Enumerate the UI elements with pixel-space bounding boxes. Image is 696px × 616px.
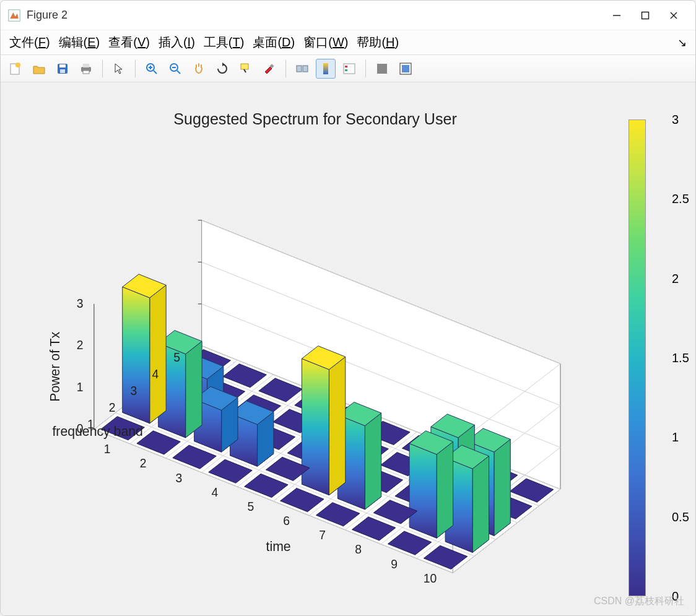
svg-text:3: 3: [176, 472, 183, 485]
svg-rect-27: [345, 69, 347, 71]
print-button[interactable]: [76, 59, 96, 79]
axes-3d[interactable]: 01231234567891012345timefrequency bandPo…: [19, 95, 683, 597]
new-figure-button[interactable]: [6, 59, 25, 79]
colorbar-ticks: 00.511.522.53: [647, 119, 678, 596]
zoom-in-button[interactable]: [142, 59, 162, 79]
svg-line-14: [154, 71, 157, 74]
matlab-icon: [8, 9, 20, 22]
svg-text:6: 6: [283, 514, 290, 527]
svg-rect-11: [83, 64, 89, 67]
svg-text:2: 2: [109, 401, 116, 414]
menu-tools[interactable]: 工具(T): [204, 34, 245, 51]
menu-view[interactable]: 查看(V): [108, 34, 150, 51]
window-title: Figure 2: [27, 9, 602, 22]
svg-text:5: 5: [247, 500, 254, 513]
svg-text:7: 7: [319, 529, 326, 542]
svg-rect-9: [60, 69, 65, 73]
titlebar: Figure 2: [1, 1, 695, 30]
svg-text:1: 1: [77, 381, 84, 394]
menu-edit[interactable]: 编辑(E): [59, 34, 100, 51]
figure-area[interactable]: 01231234567891012345timefrequency bandPo…: [1, 82, 695, 615]
hide-plot-tools-button[interactable]: [372, 59, 392, 79]
svg-text:4: 4: [152, 368, 159, 381]
menubar: 文件(F) 编辑(E) 查看(V) 插入(I) 工具(T) 桌面(D) 窗口(W…: [1, 30, 695, 55]
svg-text:2: 2: [77, 339, 84, 352]
show-plot-tools-button[interactable]: [396, 59, 415, 79]
svg-marker-89: [494, 440, 510, 536]
svg-text:5: 5: [173, 351, 180, 364]
svg-rect-30: [402, 65, 409, 72]
svg-text:3: 3: [131, 384, 137, 397]
svg-rect-2: [642, 12, 649, 19]
save-button[interactable]: [53, 59, 72, 79]
svg-text:4: 4: [212, 486, 219, 499]
svg-text:Power of Tx: Power of Tx: [48, 331, 63, 401]
open-button[interactable]: [29, 59, 49, 79]
svg-text:10: 10: [424, 572, 437, 585]
svg-marker-121: [329, 357, 345, 495]
svg-rect-23: [303, 66, 308, 72]
svg-text:2: 2: [140, 457, 147, 470]
close-button[interactable]: [659, 6, 688, 25]
pointer-button[interactable]: [109, 59, 129, 79]
svg-text:time: time: [266, 539, 291, 554]
svg-marker-112: [437, 441, 453, 538]
colorbar-button[interactable]: [316, 59, 336, 79]
svg-text:9: 9: [391, 558, 398, 571]
svg-line-18: [177, 71, 180, 74]
svg-rect-28: [377, 64, 387, 74]
brush-button[interactable]: [259, 59, 279, 79]
menu-window[interactable]: 窗口(W): [303, 34, 348, 51]
svg-text:Suggested Spectrum for Seconda: Suggested Spectrum for Secondary User: [173, 110, 457, 128]
link-button[interactable]: [292, 59, 312, 79]
svg-marker-138: [150, 285, 166, 423]
svg-rect-26: [345, 66, 347, 67]
menu-help[interactable]: 帮助(H): [357, 34, 399, 51]
svg-marker-108: [472, 456, 489, 553]
colorbar-tick: 1: [672, 430, 679, 445]
minimize-button[interactable]: [602, 6, 631, 25]
svg-rect-25: [344, 64, 355, 74]
svg-text:1: 1: [104, 443, 111, 456]
colorbar-tick: 1.5: [672, 351, 689, 365]
watermark: CSDN @荔枝科研社: [594, 595, 684, 608]
rotate-button[interactable]: [212, 59, 232, 79]
figure-window: Figure 2 文件(F) 编辑(E) 查看(V) 插入(I) 工具(T) 桌…: [0, 0, 696, 616]
svg-marker-113: [409, 443, 437, 538]
pan-button[interactable]: [189, 59, 209, 79]
svg-text:8: 8: [355, 543, 362, 556]
colorbar[interactable]: [629, 119, 646, 596]
undock-icon[interactable]: ↘: [677, 36, 687, 50]
colorbar-tick: 2: [672, 271, 679, 285]
svg-rect-12: [83, 71, 89, 74]
svg-point-6: [15, 63, 20, 67]
svg-marker-134: [186, 341, 202, 438]
menu-file[interactable]: 文件(F): [9, 34, 50, 51]
svg-rect-8: [59, 64, 66, 67]
svg-marker-122: [302, 358, 329, 495]
svg-marker-117: [365, 413, 381, 510]
toolbar: [1, 55, 695, 82]
maximize-button[interactable]: [631, 6, 659, 25]
colorbar-tick: 2.5: [672, 192, 689, 206]
zoom-out-button[interactable]: [165, 59, 185, 79]
menu-desktop[interactable]: 桌面(D): [253, 34, 295, 51]
colorbar-tick: 3: [672, 113, 679, 127]
datatip-button[interactable]: [236, 59, 256, 79]
colorbar-tick: 0.5: [672, 510, 689, 524]
svg-text:frequency band: frequency band: [52, 424, 142, 439]
svg-rect-24: [323, 63, 328, 74]
svg-rect-20: [241, 64, 248, 69]
svg-rect-22: [297, 66, 302, 72]
svg-text:3: 3: [77, 297, 84, 310]
legend-button[interactable]: [339, 59, 359, 79]
menu-insert[interactable]: 插入(I): [159, 34, 195, 51]
svg-marker-139: [123, 287, 150, 423]
